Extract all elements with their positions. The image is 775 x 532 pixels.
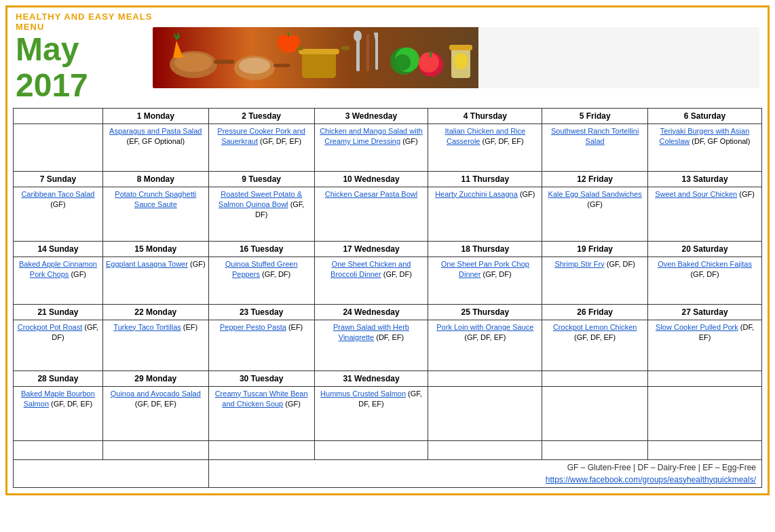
meal-link-sat27[interactable]: Slow Cooker Pulled Pork (656, 323, 738, 331)
col-sun14: 14 Sunday (14, 241, 103, 256)
meal-link-fri12[interactable]: Kale Egg Salad Sandwiches (548, 190, 642, 198)
meal-extra-thu18: (GF, DF) (483, 270, 511, 278)
meal-extra-mon15: (GF) (190, 260, 206, 268)
week5-empty2 (542, 386, 648, 440)
col-empty3 (648, 370, 762, 386)
week1-header-row: 1 Monday 2 Tuesday 3 Wednesday 4 Thursda… (14, 108, 762, 124)
col-wed3: 3 Wednesday (314, 108, 428, 124)
col-fri12: 12 Friday (542, 171, 648, 187)
meal-link-tue9[interactable]: Roasted Sweet Potato & Salmon Quinoa Bow… (219, 190, 302, 208)
week1-meals-row: Asparagus and Pasta Salad (EF, GF Option… (14, 124, 762, 171)
svg-point-17 (394, 54, 411, 71)
col-thu4: 4 Thursday (428, 108, 542, 124)
col-wed24: 24 Wednesday (314, 304, 428, 320)
col-sun7: 7 Sunday (14, 171, 103, 187)
spacer-cell5 (428, 440, 542, 459)
svg-rect-8 (299, 49, 339, 54)
week3-sun-cell: Baked Apple Cinnamon Pork Chops (GF) (14, 256, 103, 304)
week1-tue-cell: Pressure Cooker Pork and Sauerkraut (GF,… (208, 124, 314, 171)
meal-extra-tue2: (GF, DF, EF) (260, 137, 301, 145)
week5-tue-cell: Creamy Tuscan White Bean and Chicken Sou… (208, 386, 314, 440)
col-thu18: 18 Thursday (428, 241, 542, 256)
footer-url-link[interactable]: https://www.facebook.com/groups/easyheal… (546, 475, 756, 484)
meal-extra-sat13: (GF) (739, 190, 755, 198)
week2-thu-cell: Hearty Zucchini Lasagna (GF) (428, 187, 542, 241)
meal-link-mon29[interactable]: Quinoa and Avocado Salad (111, 390, 201, 398)
svg-point-6 (239, 58, 270, 74)
meal-link-wed10[interactable]: Chicken Caesar Pasta Bowl (325, 190, 417, 198)
header-title: May 2017 (16, 32, 153, 104)
meal-link-thu11[interactable]: Hearty Zucchini Lasagna (435, 190, 518, 198)
col-wed31: 31 Wednesday (314, 370, 428, 386)
col-mon22: 22 Monday (102, 304, 208, 320)
header-left: Healthy and Easy Meals Menu May 2017 (16, 12, 153, 104)
week5-meals-row: Baked Maple Bourbon Salmon (GF, DF, EF) … (14, 386, 762, 440)
meal-link-sun7[interactable]: Caribbean Taco Salad (21, 190, 94, 198)
col-mon29: 29 Monday (102, 370, 208, 386)
meal-link-fri19[interactable]: Shrimp Stir Fry (554, 260, 604, 268)
spacer-cell4 (314, 440, 428, 459)
week3-meals-row: Baked Apple Cinnamon Pork Chops (GF) Egg… (14, 256, 762, 304)
meal-link-wed31[interactable]: Hummus Crusted Salmon (320, 390, 406, 398)
week4-mon-cell: Turkey Taco Tortillas (EF) (102, 320, 208, 370)
week2-wed-cell: Chicken Caesar Pasta Bowl (314, 187, 428, 241)
week3-tue-cell: Quinoa Stuffed Green Peppers (GF, DF) (208, 256, 314, 304)
svg-rect-11 (356, 37, 360, 71)
meal-link-mon22[interactable]: Turkey Taco Tortillas (113, 323, 181, 331)
svg-rect-24 (288, 33, 289, 37)
svg-rect-22 (449, 45, 472, 50)
col-tue30: 30 Tuesday (208, 370, 314, 386)
spacer-cell3 (208, 440, 314, 459)
header-subtitle: Healthy and Easy Meals Menu (16, 12, 153, 32)
footer-row: GF – Gluten-Free | DF – Dairy-Free | EF … (14, 459, 762, 487)
meal-extra-wed3: (GF) (402, 137, 418, 145)
col-fri5: 5 Friday (542, 108, 648, 124)
meal-extra-mon22: (EF) (183, 323, 197, 331)
meal-extra-wed17: (GF, DF) (383, 270, 412, 278)
svg-rect-10 (341, 46, 349, 50)
meal-extra-thu25: (GF, DF, EF) (464, 333, 506, 341)
meal-extra-wed24: (DF, EF) (376, 333, 404, 341)
meal-extra-tue23: (EF) (288, 323, 303, 331)
week1-fri-cell: Southwest Ranch Tortellini Salad (542, 124, 648, 171)
meal-link-mon15[interactable]: Eggplant Lasagna Tower (106, 260, 188, 268)
svg-rect-2 (214, 60, 234, 64)
meal-link-mon1[interactable]: Asparagus and Pasta Salad (109, 127, 202, 135)
week2-fri-cell: Kale Egg Salad Sandwiches (GF) (542, 187, 648, 241)
meal-extra-thu4: (GF, DF, EF) (483, 137, 524, 145)
meal-link-fri26[interactable]: Crockpot Lemon Chicken (553, 323, 637, 331)
col-sat13: 13 Saturday (648, 171, 762, 187)
week4-wed-cell: Prawn Salad with Herb Vinaigrette (DF, E… (314, 320, 428, 370)
week2-meals-row: Caribbean Taco Salad (GF) Potato Crunch … (14, 187, 762, 241)
week4-sun-cell: Crockpot Pot Roast (GF, DF) (14, 320, 103, 370)
spacer-row (14, 440, 762, 459)
week4-tue-cell: Pepper Pesto Pasta (EF) (208, 320, 314, 370)
meal-link-mon8[interactable]: Potato Crunch Spaghetti Sauce Saute (115, 190, 196, 208)
header-image (153, 27, 759, 88)
svg-rect-7 (302, 51, 336, 78)
week1-sun-empty (14, 124, 103, 171)
week3-thu-cell: One Sheet Pan Pork Chop Dinner (GF, DF) (428, 256, 542, 304)
week4-sat-cell: Slow Cooker Pulled Pork (DF, EF) (648, 320, 762, 370)
meal-link-fri5[interactable]: Southwest Ranch Tortellini Salad (551, 127, 639, 145)
week2-header-row: 7 Sunday 8 Monday 9 Tuesday 10 Wednesday… (14, 171, 762, 187)
col-empty1 (428, 370, 542, 386)
spacer-cell1 (14, 440, 103, 459)
meal-extra-thu11: (GF) (520, 190, 535, 198)
week4-thu-cell: Pork Loin with Orange Sauce (GF, DF, EF) (428, 320, 542, 370)
svg-point-19 (419, 52, 439, 73)
week3-header-row: 14 Sunday 15 Monday 16 Tuesday 17 Wednes… (14, 241, 762, 256)
meal-link-thu25[interactable]: Pork Loin with Orange Sauce (436, 323, 533, 331)
meal-extra-tue30: (GF) (285, 400, 301, 408)
meal-extra-fri26: (GF, DF, EF) (574, 333, 616, 341)
week5-sun-cell: Baked Maple Bourbon Salmon (GF, DF, EF) (14, 386, 103, 440)
meal-link-tue23[interactable]: Pepper Pesto Pasta (220, 323, 286, 331)
meal-extra-fri12: (GF) (587, 200, 603, 208)
meal-link-sat20[interactable]: Oven Baked Chicken Fajitas (658, 260, 752, 268)
col-empty2 (542, 370, 648, 386)
meal-extra-fri19: (GF, DF) (607, 260, 635, 268)
col-sun28: 28 Sunday (14, 370, 103, 386)
footer-legend: GF – Gluten-Free | DF – Dairy-Free | EF … (214, 463, 756, 472)
meal-link-sun21[interactable]: Crockpot Pot Roast (18, 323, 82, 331)
meal-link-sat13[interactable]: Sweet and Sour Chicken (655, 190, 737, 198)
